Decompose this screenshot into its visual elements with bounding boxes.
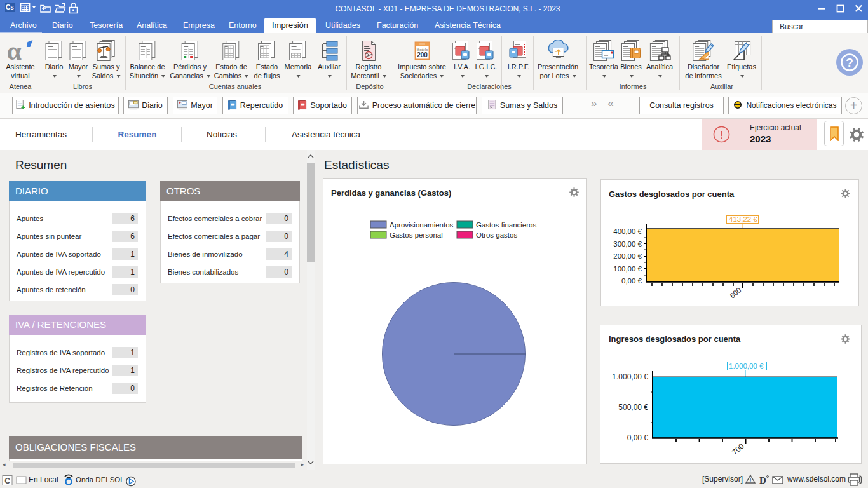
svg-text:En Local: En Local — [29, 475, 58, 484]
svg-text:300,00 €: 300,00 € — [613, 240, 642, 248]
svg-text:!: ! — [720, 129, 723, 141]
svg-text:0,00 €: 0,00 € — [627, 433, 649, 442]
svg-text:413,22 €: 413,22 € — [729, 215, 757, 223]
svg-text:α: α — [8, 40, 22, 62]
svg-text:Aprovisionamientos: Aprovisionamientos — [390, 221, 454, 229]
svg-text:C: C — [4, 477, 10, 485]
svg-text:Gastos financieros: Gastos financieros — [476, 221, 536, 229]
svg-text:400,00 €: 400,00 € — [613, 227, 642, 235]
svg-text:500,00 €: 500,00 € — [618, 403, 648, 412]
svg-text:Gastos personal: Gastos personal — [390, 231, 443, 239]
svg-text:200,00 €: 200,00 € — [613, 252, 642, 260]
svg-text:0,00 €: 0,00 € — [621, 277, 642, 285]
svg-text:!: ! — [750, 477, 752, 484]
svg-text:1.000,00 €: 1.000,00 € — [612, 372, 648, 381]
svg-text:D: D — [759, 475, 766, 485]
svg-text:Onda DELSOL: Onda DELSOL — [76, 476, 125, 484]
svg-text:600: 600 — [728, 286, 742, 300]
svg-text:?: ? — [846, 56, 853, 69]
svg-text:200: 200 — [417, 51, 428, 58]
svg-text:Otros gastos: Otros gastos — [476, 231, 517, 239]
svg-text:1.000,00 €: 1.000,00 € — [729, 362, 764, 370]
svg-text:100,00 €: 100,00 € — [613, 265, 642, 273]
svg-text:700: 700 — [730, 442, 746, 457]
